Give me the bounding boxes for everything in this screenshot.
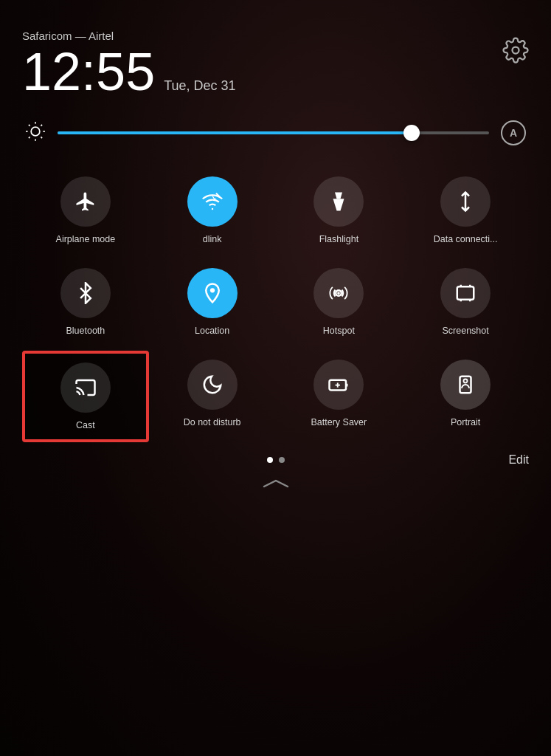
tile-battery-saver[interactable]: Battery Saver — [276, 351, 403, 442]
brightness-slider[interactable] — [58, 131, 489, 134]
dnd-icon-bg — [187, 360, 238, 410]
battery-saver-label: Battery Saver — [311, 417, 367, 427]
tile-location[interactable]: Location — [149, 259, 276, 345]
tile-bluetooth[interactable]: Bluetooth — [22, 259, 149, 345]
portrait-icon — [454, 374, 477, 396]
airplane-label: Airplane mode — [56, 234, 116, 244]
tile-flashlight[interactable]: Flashlight — [276, 168, 403, 253]
data-label: Data connecti... — [434, 234, 498, 244]
svg-line-8 — [29, 137, 30, 138]
tile-hotspot[interactable]: Hotspot — [276, 259, 403, 345]
tile-cast[interactable]: Cast — [22, 351, 149, 442]
wifi-icon — [201, 190, 223, 213]
header: Safaricom — Airtel 12:55 Tue, Dec 31 — [22, 30, 529, 98]
hotspot-icon — [328, 282, 350, 304]
auto-brightness-button[interactable]: A — [501, 120, 526, 145]
data-icon-bg — [440, 176, 491, 227]
date-display: Tue, Dec 31 — [164, 79, 235, 92]
clock: 12:55 Tue, Dec 31 — [22, 45, 236, 98]
tile-data[interactable]: Data connecti... — [402, 168, 529, 253]
svg-point-15 — [338, 292, 341, 295]
cast-icon-bg — [60, 362, 111, 413]
svg-line-4 — [29, 125, 30, 126]
bluetooth-icon-bg — [60, 268, 111, 318]
tile-wifi[interactable]: dlink — [149, 168, 276, 253]
page-dot-1 — [267, 457, 273, 463]
svg-point-22 — [464, 379, 468, 383]
cast-icon — [74, 377, 97, 399]
screenshot-icon — [454, 282, 477, 304]
tile-dnd[interactable]: Do not disturb — [149, 351, 276, 442]
battery-saver-icon — [328, 374, 350, 396]
svg-point-13 — [210, 288, 215, 292]
data-icon — [454, 190, 477, 213]
svg-rect-16 — [457, 286, 474, 300]
location-icon — [201, 282, 223, 304]
portrait-icon-bg — [440, 360, 491, 410]
bluetooth-label: Bluetooth — [66, 326, 105, 336]
brightness-icon — [25, 121, 46, 145]
edit-button[interactable]: Edit — [508, 453, 529, 467]
tile-portrait[interactable]: Portrait — [402, 351, 529, 442]
tile-screenshot[interactable]: Screenshot — [402, 259, 529, 345]
screenshot-icon-bg — [440, 268, 491, 318]
location-icon-bg — [187, 268, 238, 318]
dnd-icon — [201, 374, 223, 396]
cast-label: Cast — [76, 420, 95, 430]
tile-airplane[interactable]: Airplane mode — [22, 168, 149, 253]
flashlight-icon-bg — [313, 176, 364, 227]
wifi-icon-bg — [187, 176, 238, 227]
battery-saver-icon-bg — [313, 360, 364, 410]
time-display: 12:55 — [22, 45, 155, 98]
carrier-text: Safaricom — Airtel — [22, 30, 236, 42]
wifi-label: dlink — [203, 234, 222, 244]
svg-point-10 — [211, 208, 213, 210]
flashlight-icon — [328, 190, 350, 213]
dnd-label: Do not disturb — [184, 417, 241, 427]
quick-tiles-grid: Airplane mode dlink — [22, 168, 529, 442]
hotspot-label: Hotspot — [323, 326, 355, 336]
settings-icon[interactable] — [502, 37, 529, 66]
svg-line-5 — [41, 137, 42, 138]
page-dot-2 — [279, 457, 285, 463]
location-label: Location — [195, 326, 229, 336]
page-indicators — [267, 457, 285, 463]
bluetooth-icon — [74, 282, 97, 304]
screenshot-label: Screenshot — [443, 326, 489, 336]
brightness-row: A — [22, 120, 529, 145]
svg-line-9 — [41, 125, 42, 126]
airplane-icon-bg — [60, 176, 111, 227]
bottom-bar: Edit — [22, 457, 529, 463]
swipe-handle[interactable] — [22, 476, 529, 491]
flashlight-label: Flashlight — [319, 234, 359, 244]
portrait-label: Portrait — [451, 417, 480, 427]
svg-point-0 — [513, 47, 519, 54]
hotspot-icon-bg — [313, 268, 364, 318]
airplane-icon — [74, 190, 97, 213]
svg-point-1 — [31, 127, 40, 136]
